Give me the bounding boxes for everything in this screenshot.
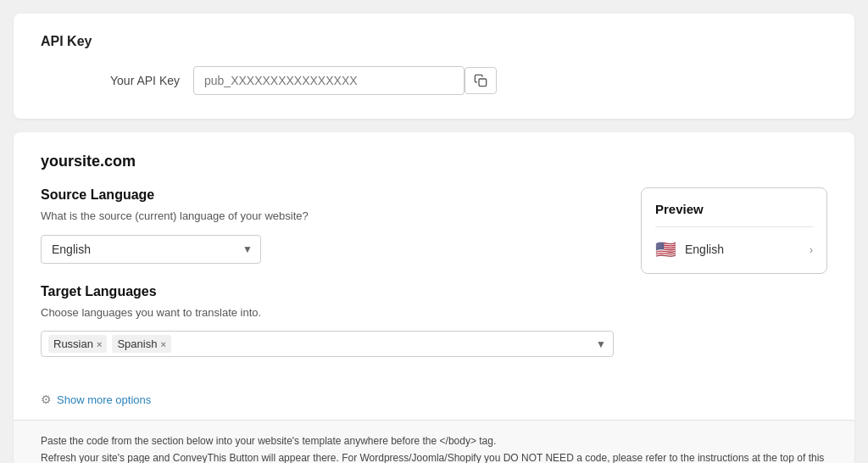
lang-tag-russian-label: Russian [53,337,93,350]
api-key-title: API Key [41,34,827,49]
preview-language-row[interactable]: 🇺🇸 English › [655,239,813,259]
api-key-row: Your API Key [41,66,827,95]
footer-note-line2: Refresh your site's page and ConveyThis … [41,452,824,463]
copy-button[interactable] [465,67,497,94]
site-left-panel: Source Language What is the source (curr… [41,187,614,420]
footer-note: Paste the code from the section below in… [14,420,854,463]
api-key-label: Your API Key [41,74,193,87]
show-more-options-row[interactable]: ⚙ Show more options [41,377,614,420]
lang-tag-spanish-remove[interactable]: × [160,339,165,349]
lang-tag-russian-remove[interactable]: × [97,339,102,349]
site-name: yoursite.com [41,153,827,170]
target-languages-title: Target Languages [41,284,614,299]
source-language-dropdown[interactable]: English Spanish French German Chinese [41,235,261,264]
preview-chevron-icon: › [810,243,813,256]
preview-card: Preview 🇺🇸 English › [641,187,827,274]
show-more-label[interactable]: Show more options [57,393,151,406]
gear-icon: ⚙ [41,393,52,406]
us-flag-icon: 🇺🇸 [655,239,676,259]
api-key-input[interactable] [193,66,465,95]
target-languages-section: Target Languages Choose languages you wa… [41,284,614,358]
preview-title: Preview [655,202,813,227]
footer-note-line1: Paste the code from the section below in… [41,435,496,447]
target-languages-desc: Choose languages you want to translate i… [41,304,614,321]
copy-icon [474,74,487,87]
source-language-desc: What is the source (current) language of… [41,208,614,225]
target-language-input-row[interactable]: Russian × Spanish × ▼ [41,331,614,357]
source-language-dropdown-wrapper: English Spanish French German Chinese ▼ [41,235,261,264]
preview-language-label: English [685,243,801,256]
svg-rect-0 [479,79,487,86]
source-language-title: Source Language [41,187,614,203]
target-dropdown-arrow-icon[interactable]: ▼ [596,338,606,350]
lang-tag-spanish-label: Spanish [117,337,157,350]
site-main-content: Source Language What is the source (curr… [41,187,827,420]
api-key-card: API Key Your API Key [14,14,854,119]
lang-tag-spanish: Spanish × [112,335,170,353]
site-settings-card: yoursite.com Source Language What is the… [14,132,854,463]
source-language-section: Source Language What is the source (curr… [41,187,614,264]
lang-tag-russian: Russian × [48,335,107,353]
